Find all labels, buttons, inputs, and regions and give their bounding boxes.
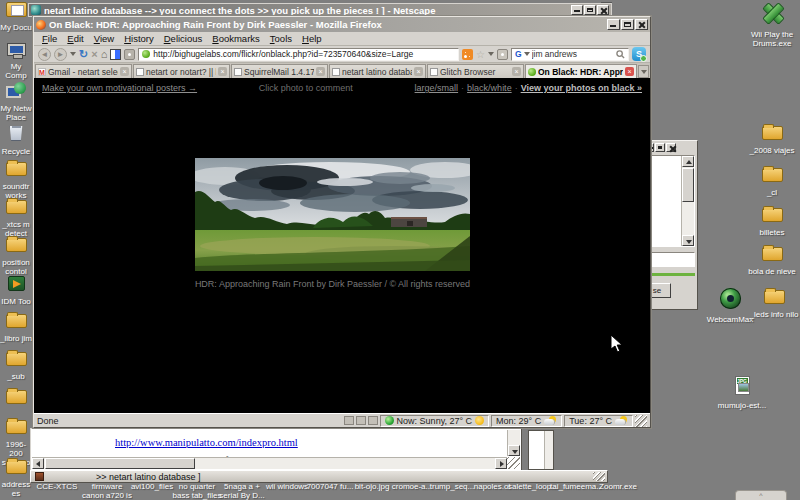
tab-on-black-active[interactable]: On Black: HDR: Appr... × xyxy=(525,64,637,78)
close-button[interactable] xyxy=(635,19,648,30)
close-button[interactable] xyxy=(597,5,609,15)
tab-close-icon[interactable]: × xyxy=(625,67,634,76)
tab-squirrelmail[interactable]: SquirrelMail 1.4.17 × xyxy=(231,64,328,78)
desktop-icon-cl[interactable]: _cl xyxy=(752,168,792,197)
scroll-thumb[interactable] xyxy=(45,458,195,469)
stop-icon[interactable]: × xyxy=(91,48,97,61)
tab-close-icon[interactable]: × xyxy=(218,67,227,76)
scroll-thumb[interactable] xyxy=(682,168,694,202)
forward-button[interactable]: ► xyxy=(54,48,67,61)
tray-expander-tab[interactable]: ^ xyxy=(735,490,787,500)
menu-help[interactable]: Help xyxy=(297,33,327,44)
menu-history[interactable]: History xyxy=(119,33,159,44)
rss-icon[interactable] xyxy=(462,49,473,60)
tab-netart-latino[interactable]: netart latino database --> ... × xyxy=(329,64,426,78)
image-icon[interactable] xyxy=(344,416,354,425)
motivational-posters-link[interactable]: Make your own motivational posters → xyxy=(42,83,197,93)
desktop-icon-soundtr[interactable]: soundtr works xyxy=(0,162,32,200)
weather-tuesday[interactable]: Tue: 27° C xyxy=(564,415,633,427)
menu-file[interactable]: File xyxy=(37,33,62,44)
desktop-icon-libro[interactable]: _libro jim xyxy=(0,314,32,343)
tab-list-dropdown[interactable] xyxy=(638,65,649,78)
desktop-label[interactable]: CCE-XTCS xyxy=(31,482,83,491)
desktop-icon-position[interactable]: position contol xyxy=(0,238,32,276)
desktop-icon-network-places[interactable]: My Netw Place xyxy=(0,82,32,122)
delicious-icon[interactable] xyxy=(110,49,121,60)
maximize-button[interactable] xyxy=(621,19,634,30)
tab-glitch-browser[interactable]: Glitch Browser × xyxy=(427,64,524,78)
minimize-button[interactable] xyxy=(607,19,620,30)
home-icon[interactable]: ⌂ xyxy=(101,48,108,61)
scroll-left-icon[interactable] xyxy=(32,458,44,469)
hdr-photo[interactable] xyxy=(195,158,470,271)
select-icon[interactable] xyxy=(356,416,366,425)
vertical-scrollbar[interactable] xyxy=(507,430,520,456)
vertical-scrollbar[interactable] xyxy=(544,431,553,469)
menu-view[interactable]: View xyxy=(89,33,119,44)
desktop-icon-addresses[interactable]: addresses xyxy=(0,460,32,498)
mail-icon[interactable] xyxy=(368,416,378,425)
desktop-icon-leds-info-nilo[interactable]: _leds info nilo xyxy=(754,290,794,319)
close-button[interactable] xyxy=(666,143,676,152)
tag-icon[interactable] xyxy=(124,49,135,60)
desktop-icon-folder[interactable] xyxy=(0,390,32,410)
search-box[interactable]: G xyxy=(511,48,629,61)
resize-grip[interactable] xyxy=(593,472,605,481)
engine-dropdown-icon[interactable] xyxy=(524,52,530,56)
send-icon[interactable] xyxy=(497,49,508,60)
scroll-right-icon[interactable] xyxy=(495,458,507,469)
size-links[interactable]: large/small xyxy=(415,83,459,93)
scroll-down-icon[interactable] xyxy=(508,445,520,456)
magnifier-icon[interactable] xyxy=(616,50,625,59)
desktop-icon-billetes[interactable]: billetes xyxy=(752,208,792,237)
menu-delicious[interactable]: Delicious xyxy=(159,33,208,44)
resize-grip[interactable] xyxy=(507,457,520,469)
minimize-button[interactable] xyxy=(571,5,583,15)
weather-monday[interactable]: Mon: 29° C xyxy=(491,415,562,427)
maximize-button[interactable] xyxy=(584,5,596,15)
url-bar[interactable] xyxy=(138,48,459,61)
reload-icon[interactable]: ↻ xyxy=(79,48,88,61)
collapsed-window-bar[interactable]: >> netart latino database ] xyxy=(30,470,608,483)
tab-netart-or-notart[interactable]: netart or notart? || brian m... × xyxy=(133,64,230,78)
tab-close-icon[interactable]: × xyxy=(414,67,423,76)
desktop-icon-mumujo[interactable]: mumujo-est... xyxy=(726,376,758,410)
menu-edit[interactable]: Edit xyxy=(62,33,88,44)
desktop-icon-idm[interactable]: IDM Too xyxy=(0,276,32,306)
tab-close-icon[interactable]: × xyxy=(512,67,521,76)
desktop-icon-recycle-bin[interactable]: Recycle xyxy=(0,124,32,156)
tab-close-icon[interactable]: × xyxy=(120,67,129,76)
desktop-icon-2008-viajes[interactable]: _2008 viajes xyxy=(752,126,792,155)
desktop-icon-sub[interactable]: _sub xyxy=(0,352,32,381)
firefox-titlebar[interactable]: On Black: HDR: Approaching Rain Front by… xyxy=(34,17,650,32)
weather-now[interactable]: Now: Sunny, 27° C xyxy=(380,415,489,427)
tab-close-icon[interactable]: × xyxy=(316,67,325,76)
resize-grip[interactable] xyxy=(635,415,647,427)
tab-gmail[interactable]: Gmail - netart seleccion 2 ... × xyxy=(35,64,132,78)
color-links[interactable]: black/white xyxy=(467,83,512,93)
search-input[interactable] xyxy=(532,49,614,59)
scroll-up-icon[interactable] xyxy=(682,156,694,167)
scroll-down-icon[interactable] xyxy=(682,235,694,246)
url-input[interactable] xyxy=(153,49,455,59)
bookmark-star-icon[interactable]: ☆ xyxy=(476,49,485,60)
vertical-scrollbar[interactable] xyxy=(681,156,694,246)
google-engine-icon[interactable]: G xyxy=(515,49,522,59)
desktop-label[interactable]: Zoomr.exe xyxy=(592,482,644,491)
desktop-icon-bola-de-nieve[interactable]: bola de nieve xyxy=(752,247,792,276)
back-button[interactable]: ◄ xyxy=(38,48,51,61)
menu-bookmarks[interactable]: Bookmarks xyxy=(207,33,265,44)
bookmark-dropdown-icon[interactable] xyxy=(488,52,494,56)
desktop-icon-webcammax[interactable]: WebcamMax xyxy=(712,288,748,324)
skype-icon[interactable]: S xyxy=(632,47,646,61)
menu-tools[interactable]: Tools xyxy=(265,33,297,44)
horizontal-scrollbar[interactable] xyxy=(32,457,507,469)
desktop-icon-my-computer[interactable]: My Comp xyxy=(0,42,32,80)
view-photos-on-black-link[interactable]: View your photos on black » xyxy=(521,83,642,93)
manipulatto-link[interactable]: http://www.manipulatto.com/indexpro.html xyxy=(115,437,298,448)
maximize-button[interactable] xyxy=(655,143,665,152)
desktop-icon-xtcs[interactable]: _xtcs m detect xyxy=(0,200,32,238)
desktop-icon-wii-drums[interactable]: Wii Play the Drums.exe xyxy=(750,1,794,48)
netscape-window-titlebar[interactable]: netart latino database --> you connect t… xyxy=(28,3,612,17)
forward-dropdown-icon[interactable] xyxy=(70,52,76,56)
